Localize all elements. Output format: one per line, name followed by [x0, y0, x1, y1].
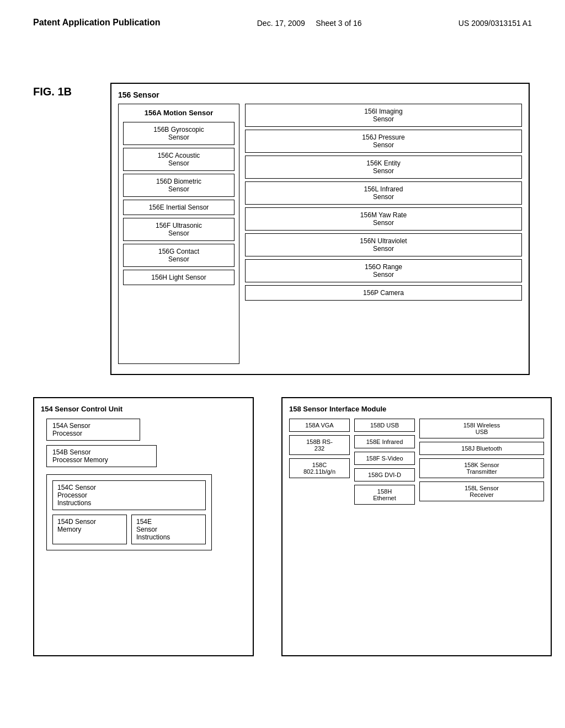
patent-number: US 2009/0313151 A1 [459, 17, 532, 28]
sensor-156e: 156E Inertial Sensor [123, 200, 234, 215]
sensor-col-right: 156I ImagingSensor 156J PressureSensor 1… [245, 104, 522, 364]
sensor-156p: 156P Camera [245, 285, 522, 301]
cu-154c: 154C SensorProcessorInstructions [52, 480, 206, 510]
sensor-156n: 156N UltravioletSensor [245, 233, 522, 256]
im-158a: 158A VGA [289, 419, 350, 432]
cu-154a: 154A SensorProcessor [46, 419, 140, 441]
sensor-156c: 156C AcousticSensor [123, 148, 234, 171]
control-unit-container: 154 Sensor Control Unit 154A SensorProce… [33, 397, 254, 656]
sensor-156i: 156I ImagingSensor [245, 104, 522, 127]
sensor-156-root-label: 156 Sensor [118, 90, 522, 99]
sensor-156f: 156F UltrasonicSensor [123, 218, 234, 241]
sensor-156a-label: 156A Motion Sensor [123, 109, 234, 117]
interface-module-label: 158 Sensor Interface Module [289, 405, 544, 413]
sensor-156b: 156B GyroscopicSensor [123, 122, 234, 145]
sensor-156m: 156M Yaw RateSensor [245, 207, 522, 231]
sensor-156l: 156L InfraredSensor [245, 181, 522, 205]
sensor-156g: 156G ContactSensor [123, 244, 234, 267]
im-158f: 158F S-Video [354, 452, 415, 465]
im-158d: 158D USB [354, 419, 415, 432]
cu-154b: 154B SensorProcessor Memory [46, 445, 157, 467]
im-158h: 158HEthernet [354, 485, 415, 505]
im-158e: 158E Infrared [354, 435, 415, 448]
sensor-col-left-outer: 156A Motion Sensor 156B GyroscopicSensor… [118, 104, 239, 364]
publication-date: Dec. 17, 2009 Sheet 3 of 16 [257, 17, 362, 28]
im-158i: 158I WirelessUSB [419, 419, 544, 438]
cu-154e: 154ESensorInstructions [131, 515, 206, 544]
page: Patent Application Publication Dec. 17, … [0, 0, 565, 728]
publication-title: Patent Application Publication [33, 17, 161, 29]
sensor-156j: 156J PressureSensor [245, 130, 522, 153]
im-col-mid: 158D USB 158E Infrared 158F S-Video 158G… [354, 419, 415, 643]
interface-module-container: 158 Sensor Interface Module 158A VGA 158… [281, 397, 552, 656]
sensor-156k: 156K EntitySensor [245, 156, 522, 179]
im-158b: 158B RS-232 [289, 435, 350, 455]
sensor-156o: 156O RangeSensor [245, 259, 522, 282]
header: Patent Application Publication Dec. 17, … [0, 0, 565, 34]
sensor-156h: 156H Light Sensor [123, 270, 234, 285]
im-158l: 158L SensorReceiver [419, 481, 544, 501]
im-col-left: 158A VGA 158B RS-232 158C802.11b/g/n [289, 419, 350, 643]
sensor-156d: 156D BiometricSensor [123, 174, 234, 197]
im-158c: 158C802.11b/g/n [289, 458, 350, 478]
im-158g: 158G DVI-D [354, 468, 415, 481]
im-158k: 158K SensorTransmitter [419, 458, 544, 478]
cu-154d: 154D SensorMemory [52, 515, 127, 544]
figure-label: FIG. 1B [33, 85, 72, 98]
sensor-tree-container: 156 Sensor 156A Motion Sensor 156B Gyros… [110, 83, 530, 375]
im-158j: 158J Bluetooth [419, 442, 544, 455]
im-col-right: 158I WirelessUSB 158J Bluetooth 158K Sen… [419, 419, 544, 643]
control-unit-label: 154 Sensor Control Unit [41, 405, 246, 413]
cu-nested-box: 154C SensorProcessorInstructions 154D Se… [46, 474, 212, 550]
